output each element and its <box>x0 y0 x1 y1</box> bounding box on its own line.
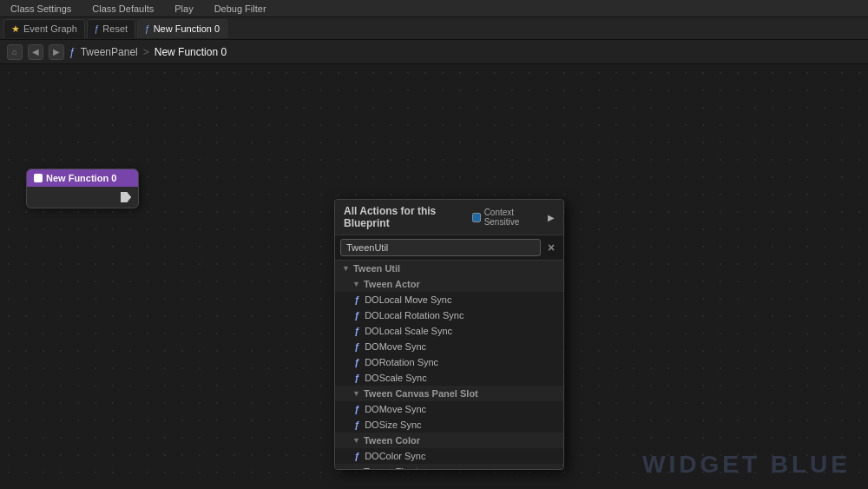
context-menu: All Actions for this Blueprint Context S… <box>334 199 564 470</box>
context-sensitive-label: Context Sensitive <box>484 208 544 227</box>
breadcrumb-bar: ⌂ ◀ ▶ ƒ TweenPanel > New Function 0 <box>0 40 868 64</box>
fn-icon: ƒ <box>354 404 359 414</box>
tab-fn-icon-reset: ƒ <box>95 24 100 34</box>
tab-fn-icon-new-function: ƒ <box>145 24 150 34</box>
entry-label: DOScale Sync <box>365 373 427 383</box>
entry-label: DOMove Sync <box>365 341 426 352</box>
fn-icon: ƒ <box>354 357 359 367</box>
section-tween-actor[interactable]: ▼ Tween Actor <box>335 276 563 292</box>
context-sensitive-arrow: ▶ <box>548 213 555 222</box>
context-menu-header: All Actions for this Blueprint Context S… <box>335 200 563 235</box>
list-item[interactable]: ƒ DOLocal Rotation Sync <box>335 307 563 323</box>
label-tween-actor: Tween Actor <box>364 279 420 289</box>
fn-icon: ƒ <box>354 294 359 305</box>
section-tween-float[interactable]: ▼ Tween Float <box>335 464 563 469</box>
node-body <box>27 187 138 208</box>
nav-home-button[interactable]: ⌂ <box>7 44 23 60</box>
breadcrumb-current: New Function 0 <box>155 46 227 58</box>
nav-forward-button[interactable]: ▶ <box>49 44 64 60</box>
tab-label-new-function-0: New Function 0 <box>154 23 220 34</box>
tab-star-icon: ★ <box>11 23 20 35</box>
context-menu-title: All Actions for this Blueprint <box>344 205 472 229</box>
watermark: WIDGET BLUE <box>642 451 851 479</box>
list-item[interactable]: ƒ DOLocal Scale Sync <box>335 323 563 339</box>
list-item[interactable]: ƒ DOSize Sync <box>335 417 563 433</box>
top-menu-bar: Class Settings Class Defaults Play Debug… <box>0 0 868 17</box>
section-tween-color[interactable]: ▼ Tween Color <box>335 433 563 448</box>
node-header: New Function 0 <box>27 169 138 187</box>
label-tween-color: Tween Color <box>364 435 420 446</box>
label-tween-canvas: Tween Canvas Panel Slot <box>364 388 478 399</box>
tab-bar: ★ Event Graph ƒ Reset ƒ New Function 0 <box>0 17 868 40</box>
list-item[interactable]: ƒ DOColor Sync <box>335 448 563 464</box>
tab-reset[interactable]: ƒ Reset <box>87 19 135 38</box>
label-tween-float: Tween Float <box>364 466 418 469</box>
list-item[interactable]: ƒ DOLocal Move Sync <box>335 292 563 307</box>
menu-debug-filter[interactable]: Debug Filter <box>211 3 270 14</box>
menu-class-defaults[interactable]: Class Defaults <box>89 3 157 14</box>
fn-icon: ƒ <box>354 341 359 352</box>
entry-label: DOLocal Rotation Sync <box>365 310 464 320</box>
entry-label: DOColor Sync <box>365 451 425 461</box>
fn-icon: ƒ <box>354 310 359 320</box>
section-label-tween-util: Tween Util <box>353 263 400 274</box>
search-row: × <box>335 235 563 261</box>
node-header-icon <box>34 174 43 182</box>
menu-class-settings[interactable]: Class Settings <box>7 3 75 14</box>
list-item[interactable]: ƒ DOMove Sync <box>335 401 563 417</box>
entry-label: DOMove Sync <box>365 404 426 414</box>
blueprint-canvas[interactable]: New Function 0 All Actions for this Blue… <box>0 64 868 489</box>
arrow-tween-canvas: ▼ <box>352 389 360 398</box>
list-item[interactable]: ƒ DOMove Sync <box>335 339 563 354</box>
entry-label: DORotation Sync <box>365 357 438 367</box>
section-tween-canvas-panel-slot[interactable]: ▼ Tween Canvas Panel Slot <box>335 386 563 401</box>
entry-label: DOLocal Move Sync <box>365 294 451 305</box>
fn-icon: ƒ <box>354 420 359 430</box>
menu-play[interactable]: Play <box>171 3 196 14</box>
tab-new-function-0[interactable]: ƒ New Function 0 <box>137 19 227 38</box>
nav-back-button[interactable]: ◀ <box>28 44 43 60</box>
node-title: New Function 0 <box>46 173 116 183</box>
tab-event-graph[interactable]: ★ Event Graph <box>3 19 85 38</box>
search-input[interactable] <box>340 239 541 256</box>
breadcrumb-separator: > <box>143 46 149 58</box>
section-arrow-icon: ▼ <box>342 264 350 273</box>
breadcrumb-parent: TweenPanel <box>81 46 138 58</box>
context-sensitive-row: Context Sensitive ▶ <box>472 208 555 227</box>
blueprint-node-new-function: New Function 0 <box>26 169 139 208</box>
arrow-tween-actor: ▼ <box>352 280 360 288</box>
fn-icon: ƒ <box>354 451 359 461</box>
search-clear-button[interactable]: × <box>544 241 558 254</box>
tab-label-reset: Reset <box>102 23 128 34</box>
breadcrumb-fn-icon: ƒ <box>69 46 76 58</box>
arrow-tween-float: ▼ <box>352 467 360 469</box>
list-item[interactable]: ƒ DOScale Sync <box>335 370 563 386</box>
exec-output-pin[interactable] <box>121 192 131 202</box>
context-sensitive-checkbox[interactable] <box>472 213 481 222</box>
tab-label-event-graph: Event Graph <box>23 23 77 34</box>
menu-list[interactable]: ▼ Tween Util ▼ Tween Actor ƒ DOLocal Mov… <box>335 261 563 469</box>
list-item[interactable]: ƒ DORotation Sync <box>335 354 563 370</box>
entry-label: DOSize Sync <box>365 420 421 430</box>
fn-icon: ƒ <box>354 373 359 383</box>
entry-label: DOLocal Scale Sync <box>365 326 452 336</box>
section-tween-util[interactable]: ▼ Tween Util <box>335 261 563 276</box>
arrow-tween-color: ▼ <box>352 436 360 445</box>
fn-icon: ƒ <box>354 326 359 336</box>
